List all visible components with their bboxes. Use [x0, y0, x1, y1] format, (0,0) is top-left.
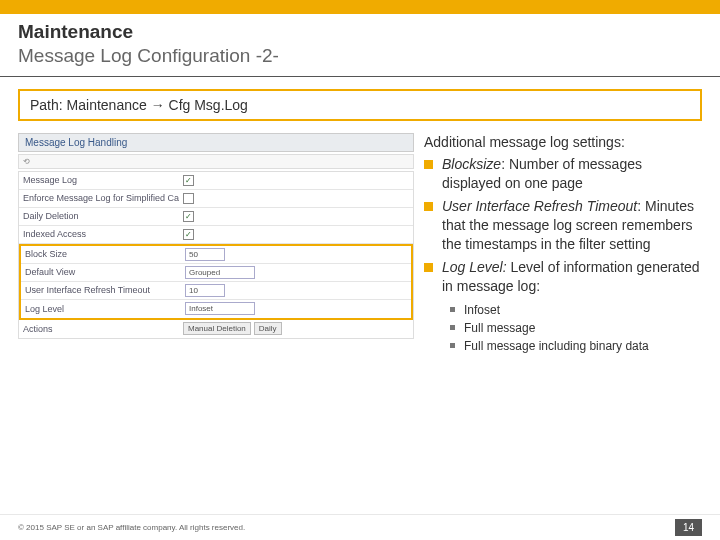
cfg-label: User Interface Refresh Timeout: [21, 283, 181, 297]
checkbox-icon[interactable]: ✓: [183, 175, 194, 186]
cfg-label: Default View: [21, 265, 181, 279]
list-item: User Interface Refresh Timeout: Minutes …: [424, 197, 702, 254]
manual-deletion-button[interactable]: Manual Deletion: [183, 322, 251, 335]
checkbox-icon[interactable]: ✓: [183, 211, 194, 222]
path-text: Path: Maintenance → Cfg Msg.Log: [30, 97, 248, 113]
log-level-select[interactable]: Infoset: [185, 302, 255, 315]
cfg-label: Indexed Access: [19, 227, 179, 241]
copyright-text: © 2015 SAP SE or an SAP affiliate compan…: [18, 523, 245, 532]
config-screenshot: Message Log Handling ⟲ Message Log ✓ Enf…: [18, 133, 414, 357]
cfg-label: Actions: [19, 322, 179, 336]
notes-list: Blocksize: Number of messages displayed …: [424, 155, 702, 295]
daily-button[interactable]: Daily: [254, 322, 282, 335]
row-ui-refresh-timeout: User Interface Refresh Timeout 10: [21, 282, 411, 300]
list-item: Blocksize: Number of messages displayed …: [424, 155, 702, 193]
term: User Interface Refresh Timeout: [442, 198, 637, 214]
accent-bar: [0, 0, 720, 14]
cfg-label: Log Level: [21, 302, 181, 316]
cfg-label: Enforce Message Log for Simplified Calls: [19, 191, 179, 205]
footer: © 2015 SAP SE or an SAP affiliate compan…: [0, 514, 720, 540]
cfg-label: Daily Deletion: [19, 209, 179, 223]
row-actions: Actions Manual Deletion Daily: [19, 320, 413, 338]
term: Blocksize: [442, 156, 501, 172]
slide-header: Maintenance Message Log Configuration -2…: [0, 14, 720, 77]
cfg-label: Block Size: [21, 247, 181, 261]
blocksize-input[interactable]: 50: [185, 248, 225, 261]
panel-title: Message Log Handling: [18, 133, 414, 152]
panel-toolbar: ⟲: [18, 154, 414, 169]
row-enforce: Enforce Message Log for Simplified Calls: [19, 190, 413, 208]
config-table: Message Log ✓ Enforce Message Log for Si…: [18, 171, 414, 339]
row-block-size: Block Size 50: [21, 246, 411, 264]
notes-heading: Additional message log settings:: [424, 133, 702, 152]
checkbox-icon[interactable]: ✓: [183, 229, 194, 240]
row-indexed-access: Indexed Access ✓: [19, 226, 413, 244]
list-item: Full message including binary data: [450, 338, 702, 354]
slide-title: Maintenance Message Log Configuration -2…: [18, 20, 702, 68]
row-log-level: Log Level Infoset: [21, 300, 411, 318]
cfg-label: Message Log: [19, 173, 179, 187]
row-default-view: Default View Grouped: [21, 264, 411, 282]
notes-panel: Additional message log settings: Blocksi…: [424, 133, 702, 357]
title-subtitle: Message Log Configuration -2-: [18, 45, 279, 66]
list-item: Infoset: [450, 302, 702, 318]
content-area: Message Log Handling ⟲ Message Log ✓ Enf…: [0, 129, 720, 357]
row-message-log: Message Log ✓: [19, 172, 413, 190]
default-view-select[interactable]: Grouped: [185, 266, 255, 279]
checkbox-icon[interactable]: [183, 193, 194, 204]
list-item: Log Level: Level of information generate…: [424, 258, 702, 296]
row-daily-deletion: Daily Deletion ✓: [19, 208, 413, 226]
list-item: Full message: [450, 320, 702, 336]
notes-sublist: Infoset Full message Full message includ…: [424, 302, 702, 355]
highlight-box: Block Size 50 Default View Grouped User …: [19, 244, 413, 320]
refresh-timeout-input[interactable]: 10: [185, 284, 225, 297]
page-number: 14: [675, 519, 702, 536]
term: Log Level:: [442, 259, 507, 275]
title-strong: Maintenance: [18, 21, 133, 42]
path-box: Path: Maintenance → Cfg Msg.Log: [18, 89, 702, 121]
